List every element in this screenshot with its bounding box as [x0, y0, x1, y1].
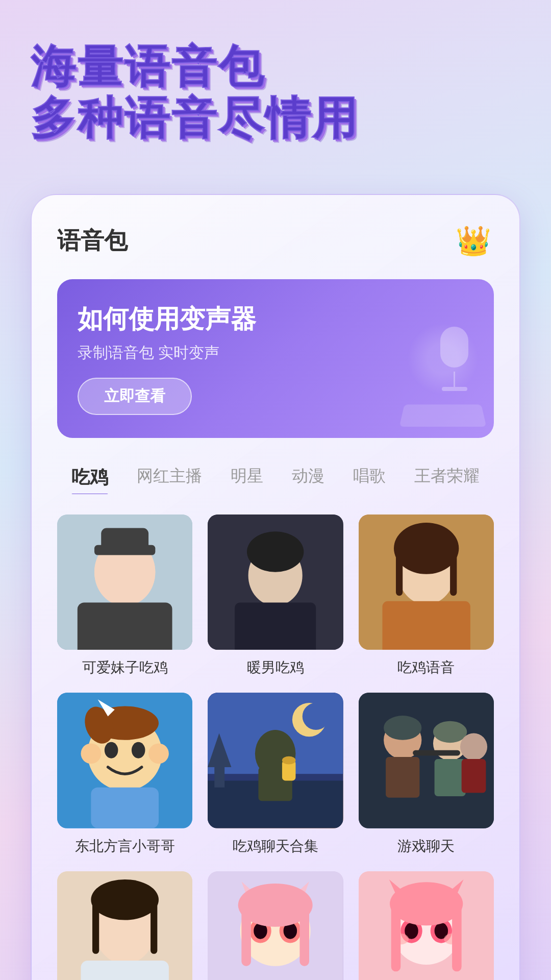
list-item[interactable]: 游戏聊天	[359, 693, 494, 855]
list-item[interactable]	[57, 871, 192, 980]
pack-image: ♡	[57, 514, 192, 650]
svg-rect-51	[92, 899, 99, 953]
svg-rect-46	[461, 759, 486, 793]
svg-point-13	[394, 523, 459, 574]
card-header: 语音包 👑	[57, 220, 494, 261]
character-visual	[359, 871, 494, 980]
tab-chicken[interactable]: 吃鸡	[57, 461, 122, 494]
list-item[interactable]: 吃鸡聊天合集	[208, 693, 343, 855]
svg-rect-15	[450, 548, 457, 596]
character-visual	[208, 871, 343, 980]
pack-image	[359, 871, 494, 980]
tab-singing[interactable]: 唱歌	[339, 461, 400, 494]
svg-rect-73	[391, 903, 400, 971]
list-item[interactable]: AD 暖男吃鸡	[208, 514, 343, 677]
list-item[interactable]	[359, 871, 494, 980]
pack-image	[359, 514, 494, 650]
svg-rect-41	[434, 759, 465, 796]
svg-point-45	[460, 733, 487, 761]
list-item[interactable]: 吃鸡语音	[359, 514, 494, 677]
pack-label: 暖男吃鸡	[247, 658, 304, 677]
voice-pack-grid: ♡ 可爱妹子吃鸡 AD	[57, 514, 494, 980]
pack-image	[208, 871, 343, 980]
pack-label: 可爱妹子吃鸡	[82, 658, 168, 677]
character-visual	[208, 514, 343, 650]
character-visual	[57, 871, 192, 980]
mic-body	[440, 327, 468, 368]
pack-label: 吃鸡聊天合集	[233, 837, 318, 856]
mic-stand	[454, 372, 455, 387]
svg-rect-62	[242, 905, 252, 966]
banner-title: 如何使用变声器	[78, 302, 473, 336]
tab-celebrity[interactable]: 明星	[216, 461, 278, 494]
mic-visual	[440, 327, 468, 391]
svg-point-50	[91, 879, 159, 920]
hero-line2: 多种语音尽情用	[31, 92, 359, 144]
tutorial-banner: 如何使用变声器 录制语音包 实时变声 立即查看	[57, 279, 494, 438]
svg-rect-74	[452, 903, 462, 971]
pack-image	[359, 693, 494, 828]
svg-point-36	[282, 756, 296, 765]
platform-visual	[399, 405, 487, 427]
hero-line1: 海量语音包	[31, 41, 359, 92]
svg-point-43	[384, 716, 421, 740]
banner-button[interactable]: 立即查看	[78, 378, 192, 415]
pack-image: AD	[208, 514, 343, 650]
svg-rect-39	[386, 757, 419, 798]
card-title: 语音包	[57, 225, 128, 257]
character-visual	[57, 693, 192, 828]
svg-rect-3	[78, 602, 172, 650]
svg-point-9	[247, 531, 304, 572]
pack-image	[57, 693, 192, 828]
svg-rect-25	[91, 788, 159, 828]
tab-anime[interactable]: 动漫	[278, 461, 339, 494]
main-card: 语音包 👑 如何使用变声器 录制语音包 实时变声 立即查看 吃鸡 网红主播 明星…	[31, 194, 520, 980]
pack-image	[208, 693, 343, 828]
svg-point-20	[105, 742, 118, 758]
pack-label: 吃鸡语音	[397, 658, 455, 677]
character-visual	[359, 693, 494, 828]
pack-label: 东北方言小哥哥	[75, 837, 175, 856]
character-visual	[208, 693, 343, 828]
mic-base	[442, 387, 467, 391]
svg-point-21	[132, 742, 145, 758]
svg-point-19	[148, 744, 169, 764]
svg-rect-14	[396, 548, 403, 596]
svg-rect-42	[413, 750, 460, 756]
list-item[interactable]	[208, 871, 343, 980]
svg-rect-12	[382, 601, 470, 650]
tab-honor[interactable]: 王者荣耀	[400, 461, 494, 494]
category-tabs: 吃鸡 网红主播 明星 动漫 唱歌 王者荣耀	[57, 461, 494, 494]
pack-image	[57, 871, 192, 980]
svg-rect-5	[101, 528, 148, 552]
svg-point-18	[81, 744, 101, 764]
character-visual	[57, 514, 192, 650]
list-item[interactable]: 东北方言小哥哥	[57, 693, 192, 855]
pack-label: 游戏聊天	[397, 837, 455, 856]
svg-rect-49	[81, 961, 168, 980]
svg-point-72	[390, 882, 463, 925]
hero-section: 海量语音包 多种语音尽情用	[31, 41, 359, 144]
svg-point-44	[433, 721, 467, 743]
character-visual	[359, 514, 494, 650]
banner-subtitle: 录制语音包 实时变声	[78, 342, 473, 363]
svg-rect-52	[151, 899, 157, 953]
svg-rect-63	[300, 905, 310, 966]
svg-rect-8	[235, 602, 316, 650]
crown-icon: 👑	[453, 220, 494, 261]
tab-influencer[interactable]: 网红主播	[122, 461, 216, 494]
svg-point-29	[303, 703, 330, 730]
list-item[interactable]: ♡ 可爱妹子吃鸡	[57, 514, 192, 677]
